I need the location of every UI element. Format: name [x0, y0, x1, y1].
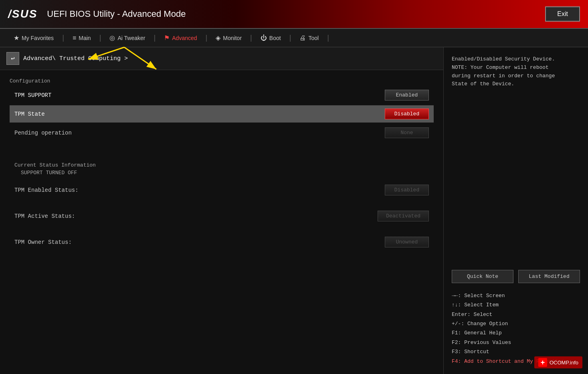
shortcut-desc-6: : Previous Values [458, 340, 511, 346]
spacer-1 [10, 143, 434, 150]
sidebar-item-main[interactable]: ≡ Main [65, 29, 98, 47]
tpm-owner-status-label: TPM Owner Status: [14, 239, 72, 245]
sidebar-item-boot[interactable]: ⏻ Boot [253, 29, 288, 47]
tpm-enabled-status-label: TPM Enabled Status: [14, 187, 79, 193]
nav-label-advanced: Advanced [172, 35, 197, 41]
header: /SUS UEFI BIOS Utility - Advanced Mode E… [0, 0, 588, 29]
tpm-enabled-status-row: TPM Enabled Status: Disabled [10, 181, 434, 199]
shortcut-desc-3: : Select [467, 312, 492, 318]
breadcrumb-text: Advanced\ Trusted Computing > [23, 55, 128, 62]
status-support-off: SUPPORT TURNED OFF [14, 170, 429, 176]
svg-line-3 [124, 47, 156, 69]
tpm-owner-status-row: TPM Owner Status: Unowned [10, 233, 434, 251]
pending-operation-button: None [385, 127, 429, 138]
header-title: UEFI BIOS Utility - Advanced Mode [47, 9, 545, 19]
tpm-active-status-button: Deactivated [378, 211, 429, 221]
shortcut-key-2: ↑↓ [452, 302, 458, 308]
exit-button[interactable]: Exit [545, 6, 580, 22]
nav-label-monitor: Monitor [223, 35, 242, 41]
advanced-icon: ⚑ [164, 34, 170, 42]
action-buttons: Quick Note Last Modified [452, 270, 580, 283]
shortcut-select-item: ↑↓: Select Item [452, 300, 580, 310]
breadcrumb: ↩ Advanced\ Trusted Computing > [0, 47, 443, 70]
nav-label-boot: Boot [269, 35, 281, 41]
shortcut-key-5: F1 [452, 330, 458, 336]
watermark: + OCOMP.info [534, 356, 582, 368]
shortcut-desc-7: : Shortcut [458, 349, 489, 355]
nav-sep-5: | [249, 29, 253, 47]
tweaker-icon: ◎ [109, 34, 115, 42]
star-icon: ★ [14, 34, 19, 42]
nav-sep-1: | [61, 29, 65, 47]
pending-operation-label: Pending operation [14, 130, 72, 136]
shortcuts-panel: →←: Select Screen ↑↓: Select Item Enter:… [452, 291, 580, 366]
nav-label-tool: Tool [308, 35, 319, 41]
status-title: Current Status Information [14, 162, 429, 168]
last-modified-button[interactable]: Last Modified [518, 270, 580, 283]
shortcut-f3: F3: Shortcut [452, 347, 580, 356]
sidebar-item-advanced[interactable]: ⚑ Advanced [157, 29, 204, 47]
tpm-support-label: TPM SUPPORT [14, 92, 51, 99]
spacer-3 [10, 200, 434, 207]
nav-sep-6: | [288, 29, 293, 47]
info-description: Enabled/Disabled Security Device. NOTE: … [452, 55, 580, 270]
tpm-active-status-row: TPM Active Status: Deactivated [10, 207, 434, 225]
status-section: Current Status Information SUPPORT TURNE… [10, 157, 434, 181]
back-icon: ↩ [11, 54, 15, 62]
shortcut-f2: F2: Previous Values [452, 338, 580, 347]
list-icon: ≡ [73, 34, 76, 42]
nav-sep-3: | [152, 29, 157, 47]
spacer-2 [10, 150, 434, 157]
tpm-active-status-label: TPM Active Status: [14, 213, 75, 219]
shortcut-key-6: F2 [452, 340, 458, 346]
shortcut-desc-1: : Select Screen [458, 293, 505, 299]
tpm-state-button[interactable]: Disabled [385, 109, 429, 119]
shortcut-desc-4: : Change Option [461, 321, 508, 327]
shortcut-select-screen: →←: Select Screen [452, 291, 580, 300]
monitor-icon: ◈ [216, 34, 220, 42]
section-label: Configuration [10, 78, 434, 84]
tpm-support-button[interactable]: Enabled [385, 90, 429, 101]
content-area: Configuration TPM SUPPORT Enabled TPM St… [0, 70, 443, 260]
nav-sep-4: | [204, 29, 209, 47]
tpm-state-label: TPM State [14, 111, 45, 117]
nav-label-ai-tweaker: Ai Tweaker [117, 35, 145, 41]
pending-operation-row: Pending operation None [10, 124, 434, 141]
boot-icon: ⏻ [261, 34, 267, 42]
tpm-enabled-status-button: Disabled [385, 185, 429, 195]
asus-logo: /SUS [8, 8, 37, 20]
shortcut-change-option: +/-: Change Option [452, 319, 580, 328]
shortcut-key-7: F3 [452, 349, 458, 355]
tpm-owner-status-button: Unowned [385, 237, 429, 247]
quick-note-button[interactable]: Quick Note [452, 270, 513, 283]
navbar: ★ My Favorites | ≡ Main | ◎ Ai Tweaker |… [0, 29, 588, 47]
main-area: ↩ Advanced\ Trusted Computing > [0, 47, 588, 374]
watermark-plus-icon: + [538, 358, 547, 367]
tpm-support-row: TPM SUPPORT Enabled [10, 86, 434, 104]
sidebar-item-ai-tweaker[interactable]: ◎ Ai Tweaker [102, 29, 152, 47]
shortcut-key-4: +/- [452, 321, 461, 327]
left-panel: ↩ Advanced\ Trusted Computing > [0, 47, 444, 374]
shortcut-key-1: →← [452, 293, 458, 299]
right-panel: Enabled/Disabled Security Device. NOTE: … [444, 47, 588, 374]
shortcut-desc-5: : General Help [458, 330, 502, 336]
nav-label-favorites: My Favorites [22, 35, 54, 41]
tool-icon: 🖨 [299, 34, 306, 42]
spacer-4 [10, 226, 434, 233]
shortcut-enter: Enter: Select [452, 310, 580, 319]
shortcut-key-3: Enter [452, 312, 467, 318]
sidebar-item-tool[interactable]: 🖨 Tool [292, 29, 326, 47]
sidebar-item-monitor[interactable]: ◈ Monitor [208, 29, 249, 47]
nav-sep-2: | [98, 29, 103, 47]
shortcut-desc-2: : Select Item [458, 302, 499, 308]
back-button[interactable]: ↩ [6, 52, 19, 65]
shortcut-f1: F1: General Help [452, 328, 580, 338]
logo-text: /SUS [8, 8, 37, 20]
sidebar-item-favorites[interactable]: ★ My Favorites [6, 29, 61, 47]
nav-label-main: Main [79, 35, 91, 41]
watermark-text: OCOMP.info [550, 360, 578, 366]
nav-sep-7: | [326, 29, 330, 47]
info-description-text: Enabled/Disabled Security Device. NOTE: … [452, 56, 555, 87]
shortcut-key-8: F4 [452, 358, 458, 364]
tpm-state-row[interactable]: TPM State Disabled [10, 105, 434, 123]
